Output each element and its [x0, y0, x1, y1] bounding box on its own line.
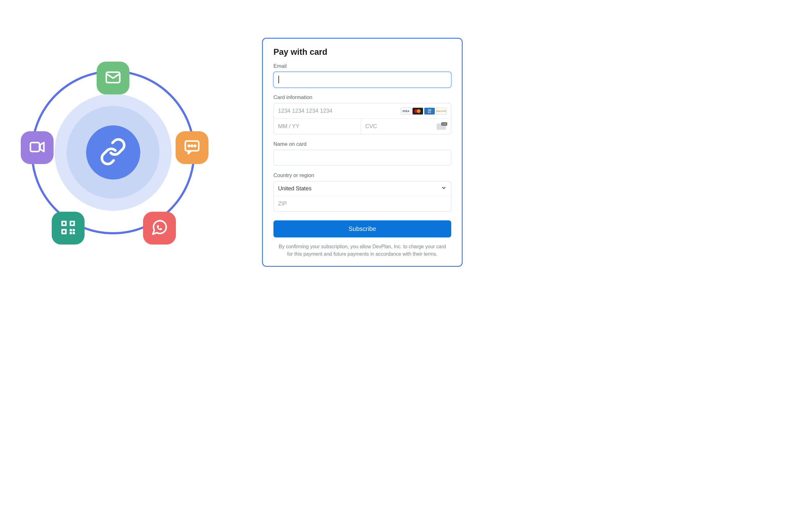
center-ring-inner	[86, 125, 140, 180]
sharing-diagram	[12, 52, 214, 253]
qr-icon	[59, 218, 77, 238]
subscribe-button[interactable]: Subscribe	[274, 220, 451, 237]
svg-rect-1	[30, 143, 39, 152]
svg-point-5	[192, 145, 193, 147]
svg-rect-10	[63, 222, 65, 225]
country-select[interactable]: United States	[274, 181, 451, 196]
discover-icon: DISCOVER	[436, 108, 447, 114]
center-ring-outer	[54, 94, 172, 211]
form-title: Pay with card	[274, 47, 451, 57]
country-group: United States	[274, 181, 451, 212]
chat-pill	[176, 131, 208, 164]
payment-card: Pay with card Email Card information VIS…	[262, 38, 463, 267]
whatsapp-pill	[143, 212, 176, 244]
svg-rect-12	[63, 231, 65, 233]
email-input[interactable]	[274, 72, 451, 87]
svg-rect-16	[73, 232, 75, 234]
country-selected-value: United States	[278, 185, 311, 192]
svg-rect-14	[73, 229, 75, 231]
svg-point-4	[188, 145, 190, 147]
chevron-down-icon	[441, 185, 447, 192]
country-label: Country or region	[274, 173, 451, 179]
name-input-wrapper	[274, 150, 451, 165]
link-icon	[99, 138, 127, 167]
card-number-input[interactable]	[274, 103, 401, 119]
card-brand-icons: VISA AMEX DISCOVER	[401, 108, 448, 114]
email-icon	[104, 69, 122, 87]
email-pill	[97, 61, 129, 95]
amex-icon: AMEX	[424, 108, 435, 114]
card-group: VISA AMEX DISCOVER	[274, 103, 451, 134]
center-ring-mid	[67, 106, 159, 199]
fine-print: By confirming your subscription, you all…	[274, 243, 451, 258]
email-input-wrapper	[274, 72, 451, 87]
video-icon	[28, 138, 46, 157]
svg-rect-13	[70, 229, 72, 231]
name-input[interactable]	[274, 150, 451, 165]
card-cvc-input[interactable]	[361, 119, 437, 134]
svg-point-6	[194, 145, 196, 147]
whatsapp-icon	[151, 218, 169, 238]
card-expiry-input[interactable]	[274, 119, 361, 134]
visa-icon: VISA	[401, 108, 411, 114]
name-label: Name on card	[274, 141, 451, 147]
cvc-hint-icon	[437, 124, 446, 130]
svg-rect-11	[71, 222, 73, 225]
card-info-label: Card information	[274, 95, 451, 101]
zip-input[interactable]	[274, 196, 451, 211]
mastercard-icon	[412, 108, 423, 114]
chat-icon	[183, 138, 201, 157]
video-pill	[21, 131, 54, 164]
svg-marker-2	[40, 143, 44, 152]
email-label: Email	[274, 63, 451, 69]
svg-rect-15	[70, 232, 72, 234]
qr-pill	[52, 212, 84, 244]
